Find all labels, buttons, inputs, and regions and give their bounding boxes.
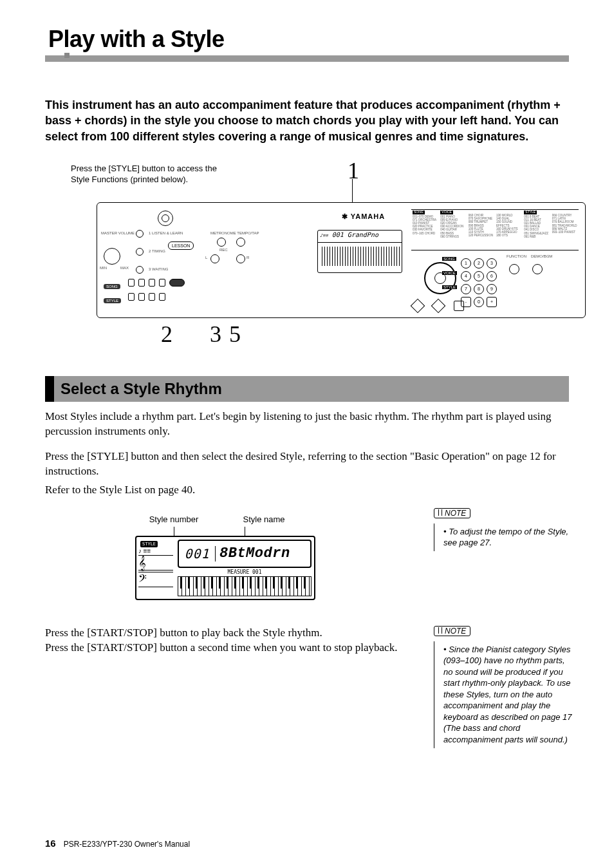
- dot-icon: [136, 266, 144, 274]
- r-label: R: [247, 256, 249, 259]
- lcd-style-name: 8BtModrn: [216, 545, 290, 561]
- step-number-5: 5: [229, 321, 241, 348]
- manual-title: PSR-E233/YPT-230 Owner's Manual: [64, 840, 190, 849]
- rec-label: REC: [219, 248, 228, 252]
- leader-line: [352, 179, 353, 202]
- numkey-4: 4: [461, 271, 471, 281]
- note-box-1: • To adjust the tempo of the Style, see …: [434, 524, 572, 551]
- playback-and-note-row: Press the [START/STOP] button to play ba…: [45, 626, 569, 748]
- lcd-style-pill: STYLE: [140, 541, 158, 547]
- numkey-plus: +: [487, 297, 497, 307]
- lcd-figure: Style number Style name ♪ ≡≡ 𝄞 𝄢 STYLE 0…: [135, 514, 315, 600]
- volume-max-label: MAX: [120, 266, 129, 270]
- l-label: L: [205, 256, 207, 259]
- mode-buttons: [413, 301, 464, 311]
- function-btn-icon: [509, 264, 519, 274]
- voice-list-block: SONG001–070 DEMO071 ORCHESTRA010 PIANIST…: [411, 209, 579, 250]
- numkey-2: 2: [474, 258, 484, 269]
- sync-btn-icon: [159, 293, 165, 301]
- yamaha-logo: ✱ YAMAHA: [342, 212, 385, 221]
- list-head-voice: VOICE: [440, 211, 453, 214]
- yamaha-text: YAMAHA: [351, 212, 385, 220]
- panel-lcd-text: 001 GrandPno: [332, 231, 378, 238]
- ab-repeat-btn-icon: [128, 279, 135, 287]
- lcd-style-number: 001: [179, 546, 216, 561]
- figure-callout: Press the [STYLE] button to access the S…: [71, 164, 232, 185]
- portable-grand-icon: [411, 299, 425, 314]
- note-title-2: NOTE: [434, 626, 470, 636]
- style-tag: STYLE: [104, 298, 121, 303]
- numkey-6: 6: [487, 271, 497, 281]
- ultra-wide-icon: [454, 301, 464, 311]
- panel-figure: Press the [STYLE] button to access the S…: [45, 164, 569, 344]
- style-name-label: Style name: [212, 514, 315, 524]
- rec-r-btn-icon: [236, 254, 245, 263]
- step-number-2: 2: [161, 321, 172, 348]
- lcd-right-panel: STYLE 001 8BtModrn MEASURE 001: [175, 537, 314, 599]
- cat-song: SONG: [442, 257, 456, 261]
- panel-lcd-top: ♪≡≡ 001 GrandPno: [318, 231, 402, 243]
- mini-keyboard-icon: [320, 247, 400, 266]
- song-tag: SONG: [104, 284, 120, 289]
- rew-btn-icon: [138, 279, 145, 287]
- metronome-btn-icon: [217, 238, 226, 247]
- intro-btn-icon: [138, 293, 145, 301]
- tempo-btn-icon: [236, 238, 245, 247]
- numkey-3: 3: [487, 258, 497, 269]
- list-head-style: STYLE: [524, 211, 537, 214]
- page-footer: 16 PSR-E233/YPT-230 Owner's Manual: [0, 838, 614, 849]
- note-text-2: Since the Pianist category Styles (093–1…: [443, 645, 572, 744]
- step-number-3: 3: [210, 321, 221, 348]
- playback-p1: Press the [START/STOP] button to play ba…: [45, 626, 414, 641]
- lcd-readout: STYLE 001 8BtModrn: [178, 540, 312, 568]
- lcd-and-note-row: Style number Style name ♪ ≡≡ 𝄞 𝄢 STYLE 0…: [45, 508, 569, 613]
- song-transport-row: [128, 279, 185, 287]
- title-rule: [45, 55, 569, 62]
- lcd-keyboard-icon: [178, 576, 312, 596]
- note-box-2: • Since the Pianist category Styles (093…: [434, 641, 572, 748]
- power-button-icon: [158, 211, 173, 226]
- demo-btn-icon: [532, 264, 543, 274]
- section-p1: Most Styles include a rhythm part. Let's…: [45, 410, 569, 439]
- cat-voice: VOICE: [442, 271, 457, 275]
- page: Play with a Style This instrument has an…: [0, 0, 614, 868]
- list-head-song: SONG: [413, 211, 425, 214]
- page-number: 16: [45, 838, 56, 849]
- lcd-measure: MEASURE 001: [175, 569, 314, 575]
- section-p2: Press the [STYLE] button and then select…: [45, 449, 569, 479]
- numkey-9: 9: [487, 284, 497, 294]
- playback-p2: Press the [START/STOP] button a second t…: [45, 641, 414, 656]
- function-label: FUNCTION: [507, 254, 526, 258]
- ff-btn-icon: [149, 279, 155, 287]
- note-text-1: To adjust the tempo of the Style, see pa…: [443, 527, 568, 548]
- section-heading: Select a Style Rhythm: [45, 376, 569, 402]
- number-pad: 1 2 3 4 5 6 7 8 9 - 0 +: [461, 258, 497, 307]
- intro-paragraph: This instrument has an auto accompanimen…: [45, 97, 569, 144]
- numkey-1: 1: [461, 258, 471, 269]
- function-buttons: [509, 264, 543, 274]
- lesson-item-3: 3 WAITING: [149, 267, 168, 271]
- yamaha-mark-icon: ✱: [342, 212, 348, 220]
- dot-icon: [136, 230, 144, 238]
- metronome-label: METRONOME TEMPO/TAP: [210, 231, 259, 235]
- start-stop-btn-icon: [169, 279, 185, 287]
- acmp-btn-icon: [128, 293, 135, 301]
- lesson-item-2: 2 TIMING: [149, 249, 165, 253]
- numkey-0: 0: [474, 297, 484, 307]
- bass-clef-icon: 𝄢: [138, 572, 173, 587]
- treble-clef-icon: 𝄞: [138, 555, 173, 571]
- lesson-item-1: 1 LISTEN & LEARN: [149, 231, 183, 235]
- sound-effect-icon: [431, 299, 446, 314]
- lesson-button: LESSON: [168, 241, 194, 250]
- volume-label: MASTER VOLUME: [101, 231, 135, 235]
- lcd-labels: Style number Style name: [135, 514, 315, 524]
- demo-label: DEMO/BGM: [531, 254, 552, 258]
- numkey-7: 7: [461, 284, 471, 294]
- numkey-5: 5: [474, 271, 484, 281]
- note-column-1: NOTE • To adjust the tempo of the Style,…: [434, 508, 569, 551]
- dot-icon: [136, 248, 144, 256]
- panel-lcd: ♪≡≡ 001 GrandPno: [317, 230, 402, 273]
- volume-knob-icon: [104, 248, 120, 265]
- step-number-1: 1: [348, 157, 359, 184]
- section-heading-text: Select a Style Rhythm: [60, 380, 563, 398]
